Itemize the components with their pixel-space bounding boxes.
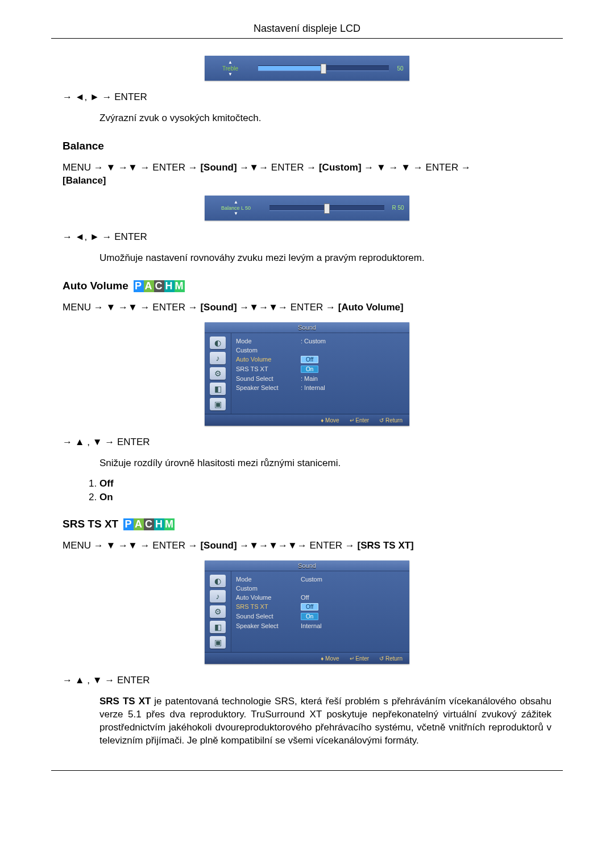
osd-treble-value: 50 — [391, 65, 409, 72]
autovol-desc: Snižuje rozdíly úrovně hlasitosti mezi r… — [99, 457, 551, 470]
setup-icon: ⚙ — [210, 367, 226, 380]
autovol-options: Off On — [99, 478, 551, 503]
picture-icon: ◐ — [210, 575, 226, 587]
balance-desc: Umožňuje nastavení rovnováhy zvuku mezi … — [99, 252, 551, 265]
balance-nav: → ◄, ► → ENTER — [63, 231, 551, 244]
hint-enter: ↵ Enter — [350, 417, 370, 423]
option-on: On — [301, 366, 318, 373]
option-on: On — [301, 613, 318, 620]
osd-treble-label: Treble — [222, 65, 238, 72]
page-footer-rule — [51, 770, 563, 771]
slider-track — [269, 205, 384, 211]
hint-enter: ↵ Enter — [350, 655, 370, 662]
autovol-nav: → ▲ , ▼ → ENTER — [63, 436, 551, 449]
osd-treble-slider: ▲ Treble ▼ 50 — [205, 56, 409, 81]
autovol-heading: Auto Volume PACHM — [63, 280, 551, 292]
list-item: On — [99, 492, 551, 503]
multi-icon: ◧ — [210, 383, 226, 395]
down-arrow-icon: ▼ — [234, 211, 238, 216]
hint-return: ↺ Return — [379, 655, 403, 662]
osd-sound-menu-autovol: Sound ◐ ♪ ⚙ ◧ ▣ Mode: Custom Custom Auto… — [205, 322, 409, 426]
down-arrow-icon: ▼ — [228, 72, 233, 77]
balance-menupath: MENU → ▼ →▼ → ENTER → [Sound] →▼→ ENTER … — [63, 161, 551, 188]
osd-balance-left-label: Balance L 50 — [221, 205, 251, 211]
list-item: Off — [99, 478, 551, 489]
hint-move: ♦ Move — [321, 417, 339, 423]
sound-icon: ♪ — [210, 352, 226, 364]
srs-heading: SRS TS XT PACHM — [63, 518, 551, 530]
multi-icon: ◧ — [210, 621, 226, 633]
osd-balance-right-label: R 50 — [387, 205, 409, 211]
autovol-menupath: MENU → ▼ →▼ → ENTER → [Sound] →▼→▼→ ENTE… — [63, 301, 551, 314]
slider-track — [258, 65, 389, 71]
up-arrow-icon: ▲ — [234, 200, 238, 205]
osd-title: Sound — [205, 560, 409, 571]
pachm-badge: PACHM — [123, 518, 175, 530]
page-header: Nastavení displeje LCD — [51, 23, 563, 39]
osd-sound-menu-srs: Sound ◐ ♪ ⚙ ◧ ▣ ModeCustom Custom Auto V… — [205, 560, 409, 664]
slider-knob — [321, 64, 326, 74]
srs-desc: SRS TS XT je patentovaná technologie SRS… — [99, 695, 551, 747]
pachm-badge: PACHM — [134, 280, 185, 292]
sound-icon: ♪ — [210, 590, 226, 603]
osd-title: Sound — [205, 322, 409, 333]
option-off: Off — [301, 356, 318, 363]
balance-heading: Balance — [63, 140, 551, 152]
up-arrow-icon: ▲ — [228, 60, 233, 65]
treble-nav: → ◄, ► → ENTER — [63, 91, 551, 104]
hint-move: ♦ Move — [321, 655, 339, 662]
setup-icon: ⚙ — [210, 605, 226, 618]
osd-balance-slider: ▲ Balance L 50 ▼ R 50 — [205, 196, 409, 221]
option-off: Off — [301, 603, 318, 610]
picture-icon: ◐ — [210, 337, 226, 349]
srs-nav: → ▲ , ▼ → ENTER — [63, 674, 551, 687]
treble-desc: Zvýrazní zvuk o vysokých kmitočtech. — [99, 112, 551, 125]
slider-knob — [324, 203, 330, 214]
info-icon: ▣ — [210, 636, 226, 649]
srs-menupath: MENU → ▼ →▼ → ENTER → [Sound] →▼→▼→▼→ EN… — [63, 539, 551, 553]
hint-return: ↺ Return — [379, 417, 403, 423]
info-icon: ▣ — [210, 398, 226, 410]
